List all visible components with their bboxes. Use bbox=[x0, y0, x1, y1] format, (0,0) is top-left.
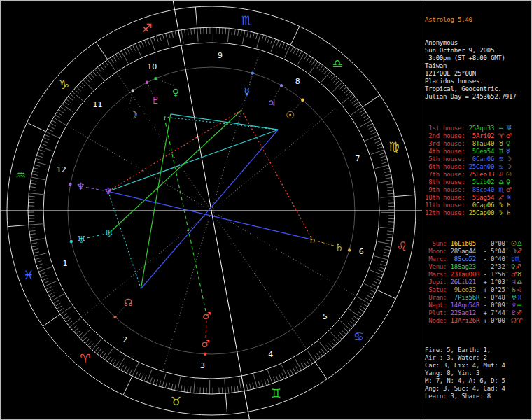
house-list: 1st house: 25Aqu33 ♒ ♅ 2nd house: 5Ari02… bbox=[425, 125, 531, 217]
planet-position-value: 28Sag44 bbox=[451, 248, 480, 255]
planet-label: Venu: bbox=[425, 263, 451, 270]
sign-glyph: ♓ bbox=[517, 294, 522, 301]
planet-latitude-value: - 2°32' bbox=[479, 263, 509, 270]
house-label: 3rd house: bbox=[425, 140, 469, 147]
sign-glyph: ♌ bbox=[517, 286, 522, 293]
planet-position-value: 9Leo33 bbox=[451, 286, 480, 293]
planet-dot-neptune bbox=[69, 183, 71, 186]
planet-row: Node: 13Ari26R + 0°00' ☊♈ bbox=[425, 317, 531, 325]
planet-latitude-value: - 1°56' bbox=[479, 271, 509, 278]
house-cusp-6 bbox=[211, 211, 356, 296]
ruler-planet-glyph: ♀ bbox=[504, 140, 510, 147]
house-cusp-12 bbox=[66, 125, 211, 211]
planet-position-value: 14Aqu54R bbox=[451, 302, 480, 309]
planet-glyph: ♂ bbox=[509, 271, 517, 278]
planet-latitude-value: - 0°48' bbox=[479, 294, 509, 301]
house-value: 25Aqu33 bbox=[469, 125, 495, 132]
sign-glyph: ♎ bbox=[517, 279, 522, 286]
house-number-3: 3 bbox=[200, 361, 205, 370]
sign-glyph-pisces: ♓ bbox=[23, 268, 34, 282]
aspect-quincunx-pluto-mars bbox=[164, 117, 207, 316]
planet-label: Plut: bbox=[425, 309, 451, 316]
sign-glyph-cancer: ♋ bbox=[354, 330, 364, 344]
planet-glyph-sun: ☉ bbox=[286, 109, 295, 120]
stat-line: Car: 3, Fix: 4, Mut: 4 bbox=[425, 362, 531, 370]
house-row: 5th house: 0Can06 ♋ ☽ bbox=[425, 155, 531, 163]
aspect-opposition-sun-node bbox=[141, 130, 278, 288]
house-cusp-2 bbox=[82, 211, 211, 318]
house-number-2: 2 bbox=[122, 335, 127, 344]
planet-glyph: ☽ bbox=[509, 248, 517, 255]
chart-wheel: ♈♉♊♋♌♍♎♏♐♑♒♓123456789101112☉☽☿♀♂♂♃♄♄♅♅♆♆… bbox=[1, 1, 423, 419]
house-row: 7th house: 25Leo33 ♌ ☉ bbox=[425, 171, 531, 178]
house-number-10: 10 bbox=[147, 62, 157, 71]
sign-glyph-taurus: ♉ bbox=[171, 394, 181, 408]
stat-line: Fire: 5, Earth: 1, bbox=[425, 346, 531, 354]
ruler-planet-glyph: ♂ bbox=[504, 186, 512, 193]
sign-glyph: ♐ bbox=[515, 263, 521, 270]
planet-glyph-venus: ♀ bbox=[172, 87, 179, 98]
house-label: 11th house: bbox=[425, 202, 469, 209]
house-label: 8th house: bbox=[425, 178, 469, 186]
house-number-7: 7 bbox=[356, 154, 360, 163]
chart-info-line: 121°00E 25°00N bbox=[425, 70, 531, 78]
planet-row: Plut: 22Sag12 + 7°44' ♇♐ bbox=[425, 309, 531, 317]
house-label: 9th house: bbox=[425, 186, 469, 193]
house-number-6: 6 bbox=[359, 247, 364, 256]
house-number-1: 1 bbox=[63, 259, 68, 268]
planet-latitude-value: + 0°25' bbox=[479, 286, 509, 293]
planet-latitude-value: - 5°04' bbox=[479, 248, 509, 255]
planet-row: Merc: 8Sco52 - 0°40' ☿♏ bbox=[425, 255, 531, 263]
aspect-trine-venus-node bbox=[141, 114, 170, 288]
sign-glyph-gemini: ♊ bbox=[271, 386, 281, 400]
house-row: 9th house: 8Sco40 ♏ ♂ bbox=[425, 186, 531, 194]
panel-divider bbox=[423, 1, 424, 419]
house-value: 25Leo33 bbox=[469, 171, 495, 178]
planet-latitude-value: + 7°44' bbox=[479, 309, 509, 316]
house-label: 10th house: bbox=[425, 194, 469, 201]
sign-glyph: ♎ bbox=[494, 178, 504, 186]
planet-row: Sun: 16Lib05 - 0°00' ☉♎ bbox=[425, 240, 531, 248]
ruler-planet-glyph: ☉ bbox=[504, 171, 512, 178]
planet-offset-line-uranus bbox=[86, 234, 104, 239]
sign-glyph: ♎ bbox=[517, 240, 522, 247]
planet-row: Jupi: 26Lib21 + 1°03' ♃♎ bbox=[425, 279, 531, 286]
planet-row: Satu: 9Leo33 + 0°25' ♄♌ bbox=[425, 286, 531, 294]
planet-label: Mars: bbox=[425, 271, 451, 278]
aspect-sextile-pluto-sun bbox=[164, 117, 279, 130]
planet-label: Jupi: bbox=[425, 279, 451, 286]
sign-glyph-libra: ♎ bbox=[332, 57, 342, 71]
planet-latitude-value: + 0°00' bbox=[479, 317, 509, 324]
sign-glyph-virgo: ♍ bbox=[389, 139, 400, 153]
house-label: 7th house: bbox=[425, 171, 469, 178]
planet-row: Mars: 23Tau00R - 1°56' ♂♉ bbox=[425, 271, 531, 279]
house-row: 2nd house: 5Ari02 ♈ ♂ bbox=[425, 132, 531, 140]
planet-glyph-saturn-2: ♄ bbox=[335, 241, 344, 253]
planet-position-value: 22Sag12 bbox=[451, 309, 480, 316]
planet-connector-pluto bbox=[147, 83, 153, 94]
house-number-4: 4 bbox=[268, 350, 273, 359]
sign-glyph-sagittarius: ♐ bbox=[141, 21, 152, 35]
sign-glyph: ♊ bbox=[494, 148, 504, 155]
house-number-9: 9 bbox=[218, 51, 223, 60]
sign-glyph: ♐ bbox=[494, 194, 504, 201]
house-cusps bbox=[1, 1, 422, 419]
sign-glyph: ♐ bbox=[517, 309, 522, 316]
sign-glyph-leo: ♌ bbox=[397, 239, 407, 253]
house-label: 5th house: bbox=[425, 155, 469, 162]
planet-glyph-mars-2: ♂ bbox=[201, 338, 210, 349]
planet-label: Node: bbox=[425, 317, 451, 324]
ruler-planet-glyph: ♀ bbox=[504, 178, 510, 186]
house-label: 2nd house: bbox=[425, 132, 469, 139]
planet-position-value: 16Lib05 bbox=[451, 240, 480, 247]
house-row: 6th house: 25Can00 ♋ ☽ bbox=[425, 163, 531, 171]
house-row: 11th house: 0Cap06 ♑ ♄ bbox=[425, 202, 531, 209]
planet-offset-line-neptune bbox=[85, 187, 104, 190]
aspect-opposition-neptune-saturn bbox=[108, 191, 313, 239]
planet-latitude-value: + 1°03' bbox=[479, 279, 509, 286]
planet-latitude-value: - 0°40' bbox=[479, 255, 509, 262]
planet-label: Nept: bbox=[425, 302, 451, 309]
sign-glyph: ♐ bbox=[517, 248, 522, 255]
planet-glyph: ♃ bbox=[509, 279, 517, 286]
planet-label: Satu: bbox=[425, 286, 451, 293]
